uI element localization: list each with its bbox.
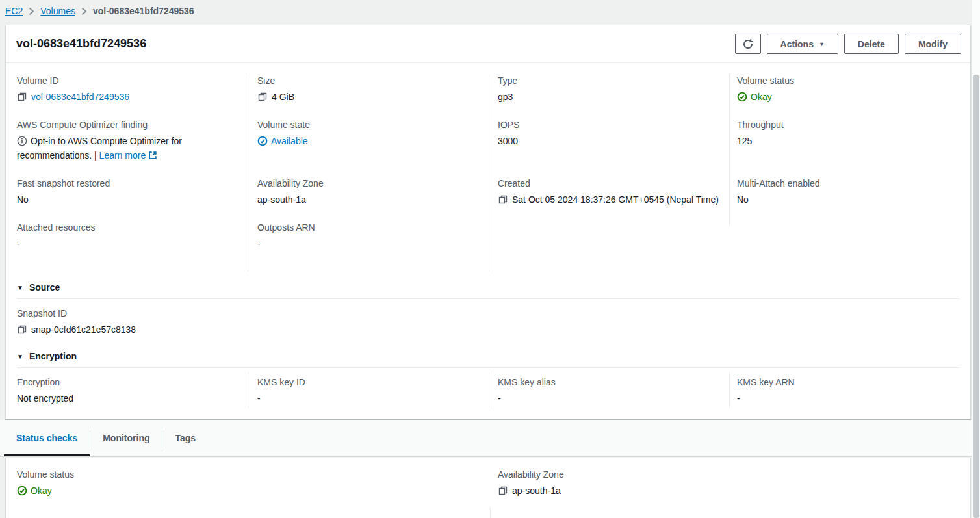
field-label: Snapshot ID [17, 307, 944, 320]
header-actions: Actions ▼ Delete Modify [735, 34, 961, 54]
column-divider [248, 372, 248, 408]
copy-icon[interactable] [17, 324, 27, 335]
field-iops: IOPS 3000 [498, 118, 737, 162]
field-label: KMS key ID [257, 376, 482, 389]
field-label: Volume state [257, 118, 482, 131]
section-collapse-icon: ▼ [17, 284, 23, 291]
volume-id-link[interactable]: vol-0683e41bfd7249536 [31, 92, 129, 102]
page-title: vol-0683e41bfd7249536 [16, 37, 146, 51]
modify-button[interactable]: Modify [905, 34, 961, 54]
field-created: Created Sat Oct 05 2024 18:37:26 GMT+054… [498, 177, 737, 207]
column-divider [490, 507, 491, 518]
breadcrumb-link-volumes[interactable]: Volumes [40, 6, 75, 16]
delete-button[interactable]: Delete [844, 34, 899, 54]
breadcrumb: EC2 Volumes vol-0683e41bfd7249536 [0, 0, 980, 18]
field-value: Not encrypted [17, 391, 242, 406]
learn-more-label: Learn more [99, 150, 146, 161]
field-label: Fast snapshot restored [17, 177, 242, 190]
status-text: Okay [31, 486, 52, 496]
field-value: No [17, 192, 242, 207]
actions-button-label: Actions [780, 39, 814, 49]
field-volume-state: Volume state Available [257, 118, 498, 162]
status-okay-icon [17, 486, 27, 496]
field-value: snap-0cfd61c21e57c8138 [31, 324, 136, 335]
field-label: Volume status [737, 74, 944, 87]
section-title: Source [29, 282, 60, 292]
field-panel-availability-zone: Availability Zone ap-south-1a [498, 468, 960, 498]
breadcrumb-chevron-icon [81, 7, 87, 16]
tab-status-checks[interactable]: Status checks [4, 420, 90, 456]
learn-more-link[interactable]: Learn more [99, 150, 158, 161]
copy-icon[interactable] [498, 486, 508, 496]
field-type: Type gp3 [498, 74, 737, 104]
field-value: 3000 [498, 134, 721, 148]
breadcrumb-current: vol-0683e41bfd7249536 [93, 6, 194, 16]
field-encryption: Encryption Not encrypted [17, 376, 257, 406]
field-value: - [17, 237, 242, 251]
field-label: KMS key alias [498, 376, 721, 389]
field-value: 4 GiB [272, 92, 294, 102]
status-checks-panel: Volume status Okay Availability Zone ap-… [5, 458, 971, 518]
field-label: Volume ID [17, 74, 242, 87]
status-okay-icon [737, 92, 747, 102]
column-divider [729, 74, 730, 226]
source-section-body: Snapshot ID snap-0cfd61c21e57c8138 [6, 299, 970, 337]
actions-button[interactable]: Actions ▼ [767, 34, 838, 54]
volume-details-card: vol-0683e41bfd7249536 Actions ▼ Delete M… [5, 25, 971, 419]
field-size: Size 4 GiB [257, 74, 498, 104]
field-value: - [257, 237, 482, 251]
column-divider [489, 74, 489, 272]
status-available-icon [257, 136, 268, 146]
field-kms-key-alias: KMS key alias - [498, 376, 737, 406]
copy-icon[interactable] [498, 194, 508, 205]
field-label: Availability Zone [257, 177, 482, 190]
breadcrumb-link-ec2[interactable]: EC2 [5, 6, 23, 16]
scrollbar-thumb[interactable] [973, 75, 979, 518]
tab-tags[interactable]: Tags [162, 420, 208, 456]
section-collapse-icon: ▼ [17, 353, 23, 360]
field-kms-key-arn: KMS key ARN - [737, 376, 960, 406]
field-attached-resources: Attached resources - [17, 221, 257, 251]
field-label: Attached resources [17, 221, 242, 234]
encryption-section-toggle[interactable]: ▼ Encryption [17, 351, 77, 361]
field-label: IOPS [498, 118, 721, 131]
field-label: Size [257, 74, 482, 87]
field-label: Created [498, 177, 721, 190]
tab-monitoring[interactable]: Monitoring [90, 420, 162, 456]
field-availability-zone: Availability Zone ap-south-1a [257, 177, 498, 207]
field-label: AWS Compute Optimizer finding [17, 118, 242, 131]
section-title: Encryption [29, 351, 77, 361]
encryption-grid: Encryption Not encrypted KMS key ID - KM… [6, 368, 970, 420]
caret-down-icon: ▼ [819, 41, 825, 47]
source-section-toggle[interactable]: ▼ Source [17, 282, 60, 292]
field-snapshot-id: Snapshot ID snap-0cfd61c21e57c8138 [17, 307, 960, 337]
field-value: ap-south-1a [512, 486, 561, 496]
field-panel-volume-status: Volume status Okay [17, 468, 498, 498]
field-value: ap-south-1a [257, 192, 482, 207]
column-divider [248, 74, 248, 272]
field-label: Outposts ARN [257, 221, 482, 234]
external-link-icon [148, 151, 157, 160]
refresh-button[interactable] [735, 34, 761, 54]
field-label: Multi-Attach enabled [737, 177, 944, 190]
column-divider [489, 372, 489, 408]
field-value: 125 [737, 134, 944, 148]
field-value: - [257, 391, 482, 406]
field-volume-status: Volume status Okay [737, 74, 960, 104]
field-volume-id: Volume ID vol-0683e41bfd7249536 [17, 74, 257, 104]
card-header: vol-0683e41bfd7249536 Actions ▼ Delete M… [6, 25, 970, 63]
field-label: Volume status [17, 468, 482, 481]
column-divider [729, 372, 730, 408]
field-value: Sat Oct 05 2024 18:37:26 GMT+0545 (Nepal… [512, 194, 719, 205]
field-label: KMS key ARN [737, 376, 944, 389]
field-label: Throughput [737, 118, 944, 131]
breadcrumb-chevron-icon [29, 7, 34, 16]
info-icon [17, 136, 27, 146]
copy-icon[interactable] [17, 92, 27, 102]
tab-strip: Status checks Monitoring Tags [0, 420, 972, 457]
details-grid: Volume ID vol-0683e41bfd7249536 Size 4 G… [6, 63, 970, 265]
field-value: - [737, 391, 944, 406]
field-label: Encryption [17, 376, 242, 389]
field-value: No [737, 192, 944, 207]
copy-icon[interactable] [257, 92, 268, 102]
